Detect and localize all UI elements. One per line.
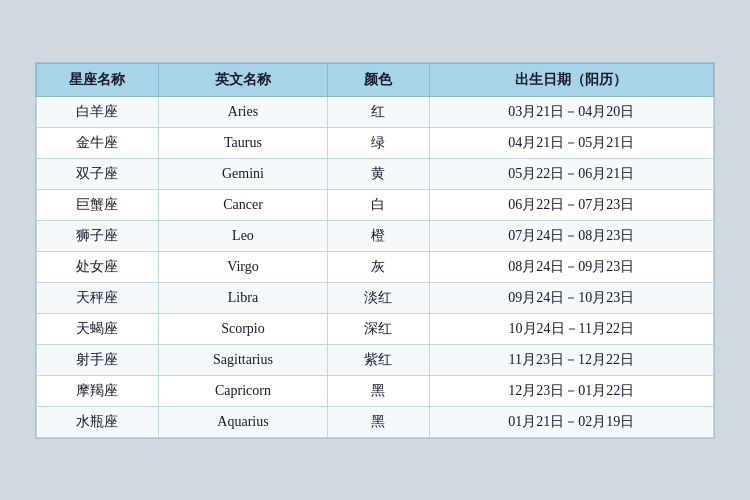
cell-chinese-name: 天蝎座 bbox=[37, 313, 159, 344]
cell-chinese-name: 巨蟹座 bbox=[37, 189, 159, 220]
cell-color: 绿 bbox=[328, 127, 430, 158]
table-row: 金牛座Taurus绿04月21日－05月21日 bbox=[37, 127, 714, 158]
cell-chinese-name: 处女座 bbox=[37, 251, 159, 282]
header-color: 颜色 bbox=[328, 63, 430, 96]
cell-color: 黄 bbox=[328, 158, 430, 189]
cell-chinese-name: 射手座 bbox=[37, 344, 159, 375]
table-row: 狮子座Leo橙07月24日－08月23日 bbox=[37, 220, 714, 251]
cell-english-name: Libra bbox=[158, 282, 327, 313]
table-row: 天秤座Libra淡红09月24日－10月23日 bbox=[37, 282, 714, 313]
cell-date: 01月21日－02月19日 bbox=[429, 406, 713, 437]
cell-chinese-name: 水瓶座 bbox=[37, 406, 159, 437]
cell-color: 白 bbox=[328, 189, 430, 220]
table-row: 白羊座Aries红03月21日－04月20日 bbox=[37, 96, 714, 127]
cell-date: 09月24日－10月23日 bbox=[429, 282, 713, 313]
cell-color: 灰 bbox=[328, 251, 430, 282]
cell-english-name: Virgo bbox=[158, 251, 327, 282]
cell-color: 深红 bbox=[328, 313, 430, 344]
cell-english-name: Gemini bbox=[158, 158, 327, 189]
table-header-row: 星座名称 英文名称 颜色 出生日期（阳历） bbox=[37, 63, 714, 96]
table-row: 天蝎座Scorpio深红10月24日－11月22日 bbox=[37, 313, 714, 344]
cell-color: 紫红 bbox=[328, 344, 430, 375]
cell-date: 06月22日－07月23日 bbox=[429, 189, 713, 220]
cell-chinese-name: 金牛座 bbox=[37, 127, 159, 158]
zodiac-table-container: 星座名称 英文名称 颜色 出生日期（阳历） 白羊座Aries红03月21日－04… bbox=[35, 62, 715, 439]
cell-date: 10月24日－11月22日 bbox=[429, 313, 713, 344]
cell-english-name: Leo bbox=[158, 220, 327, 251]
cell-date: 04月21日－05月21日 bbox=[429, 127, 713, 158]
cell-english-name: Aries bbox=[158, 96, 327, 127]
cell-date: 11月23日－12月22日 bbox=[429, 344, 713, 375]
cell-color: 红 bbox=[328, 96, 430, 127]
cell-english-name: Aquarius bbox=[158, 406, 327, 437]
cell-date: 03月21日－04月20日 bbox=[429, 96, 713, 127]
cell-date: 12月23日－01月22日 bbox=[429, 375, 713, 406]
cell-chinese-name: 天秤座 bbox=[37, 282, 159, 313]
table-row: 水瓶座Aquarius黑01月21日－02月19日 bbox=[37, 406, 714, 437]
header-english-name: 英文名称 bbox=[158, 63, 327, 96]
table-body: 白羊座Aries红03月21日－04月20日金牛座Taurus绿04月21日－0… bbox=[37, 96, 714, 437]
cell-english-name: Cancer bbox=[158, 189, 327, 220]
cell-color: 黑 bbox=[328, 406, 430, 437]
cell-chinese-name: 双子座 bbox=[37, 158, 159, 189]
cell-date: 08月24日－09月23日 bbox=[429, 251, 713, 282]
cell-color: 橙 bbox=[328, 220, 430, 251]
table-row: 摩羯座Capricorn黑12月23日－01月22日 bbox=[37, 375, 714, 406]
header-chinese-name: 星座名称 bbox=[37, 63, 159, 96]
cell-english-name: Taurus bbox=[158, 127, 327, 158]
cell-english-name: Capricorn bbox=[158, 375, 327, 406]
cell-color: 淡红 bbox=[328, 282, 430, 313]
cell-date: 07月24日－08月23日 bbox=[429, 220, 713, 251]
zodiac-table: 星座名称 英文名称 颜色 出生日期（阳历） 白羊座Aries红03月21日－04… bbox=[36, 63, 714, 438]
table-row: 双子座Gemini黄05月22日－06月21日 bbox=[37, 158, 714, 189]
table-row: 巨蟹座Cancer白06月22日－07月23日 bbox=[37, 189, 714, 220]
cell-chinese-name: 狮子座 bbox=[37, 220, 159, 251]
table-row: 处女座Virgo灰08月24日－09月23日 bbox=[37, 251, 714, 282]
cell-date: 05月22日－06月21日 bbox=[429, 158, 713, 189]
table-row: 射手座Sagittarius紫红11月23日－12月22日 bbox=[37, 344, 714, 375]
cell-color: 黑 bbox=[328, 375, 430, 406]
cell-chinese-name: 白羊座 bbox=[37, 96, 159, 127]
cell-chinese-name: 摩羯座 bbox=[37, 375, 159, 406]
header-date: 出生日期（阳历） bbox=[429, 63, 713, 96]
cell-english-name: Sagittarius bbox=[158, 344, 327, 375]
cell-english-name: Scorpio bbox=[158, 313, 327, 344]
